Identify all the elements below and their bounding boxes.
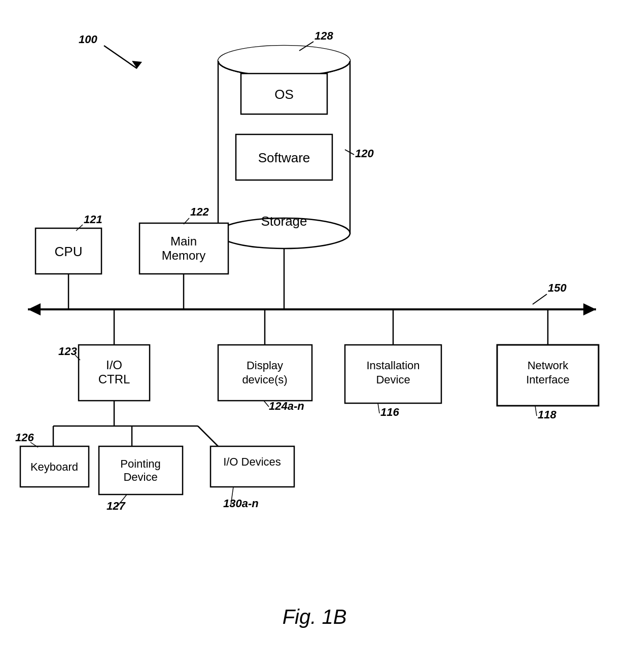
svg-line-0	[104, 46, 137, 68]
io-ctrl-label: I/O	[106, 358, 122, 372]
svg-line-29	[378, 403, 379, 413]
ref-121: 121	[84, 213, 102, 226]
display-label: Display	[247, 359, 283, 372]
ref-100: 100	[79, 33, 97, 46]
svg-line-32	[535, 406, 537, 416]
software-label: Software	[258, 150, 310, 165]
ref-127: 127	[107, 500, 126, 512]
installation-label: Installation	[366, 359, 420, 372]
os-label: OS	[274, 87, 294, 102]
ref-122: 122	[190, 205, 209, 218]
svg-marker-12	[583, 303, 596, 315]
fig-label: Fig. 1B	[283, 606, 347, 628]
main-memory-label2: Memory	[162, 249, 206, 262]
diagram: 100 128 120 OS Software Storage	[0, 0, 629, 672]
svg-line-13	[533, 294, 547, 304]
svg-rect-24	[218, 345, 312, 401]
ref-126: 126	[15, 431, 34, 444]
ref-123: 123	[58, 345, 77, 358]
ref-116: 116	[380, 406, 399, 418]
cpu-label: CPU	[55, 244, 83, 259]
storage-label: Storage	[261, 214, 307, 229]
pointing-label: Pointing	[120, 457, 161, 470]
ref-130: 130a-n	[223, 497, 259, 510]
ref-124: 124a-n	[269, 400, 304, 412]
svg-line-26	[264, 401, 269, 407]
network-label: Network	[528, 359, 569, 372]
pointing-label2: Device	[123, 471, 157, 483]
io-ctrl-label2: CTRL	[98, 372, 130, 386]
network-label2: Interface	[526, 373, 570, 386]
svg-marker-11	[28, 303, 41, 315]
installation-label2: Device	[376, 373, 410, 386]
main-memory-label: Main	[170, 234, 197, 248]
svg-marker-1	[132, 61, 142, 68]
ref-120: 120	[355, 147, 374, 160]
keyboard-label: Keyboard	[30, 461, 78, 473]
display-label2: device(s)	[242, 373, 287, 386]
svg-line-37	[198, 426, 218, 446]
io-devices-label: I/O Devices	[223, 455, 281, 468]
ref-150: 150	[548, 281, 567, 294]
ref-118: 118	[538, 408, 556, 421]
ref-128: 128	[314, 29, 333, 42]
